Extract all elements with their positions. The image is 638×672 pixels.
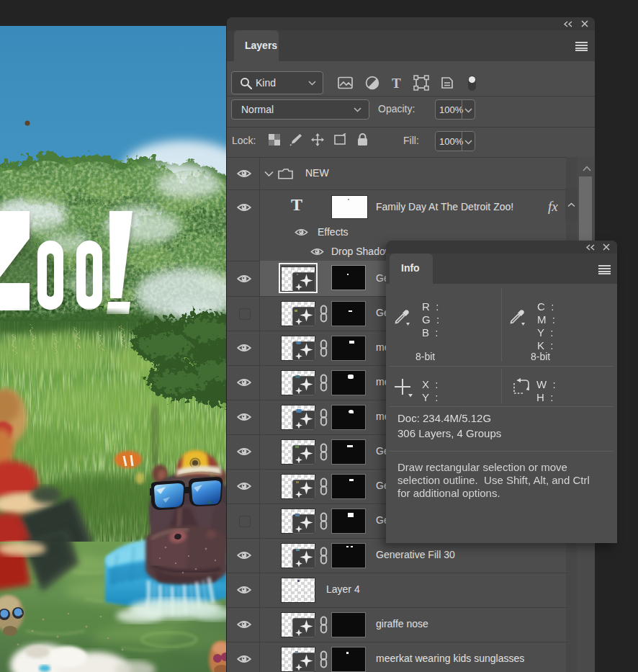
svg-text:T: T — [392, 76, 401, 91]
